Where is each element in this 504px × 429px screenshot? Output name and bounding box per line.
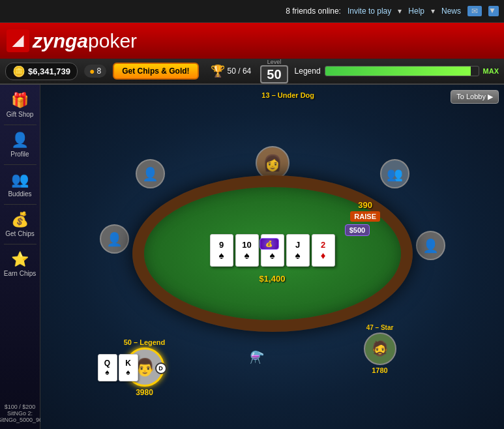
poker-table-outer: 👩 👤 👥 👤	[96, 153, 449, 374]
community-card-1: 9 ♠	[210, 234, 233, 267]
silver-chip-icon: 🪙	[12, 65, 25, 78]
level-label: Level	[267, 59, 282, 65]
chip-amount: $6,341,739	[28, 67, 70, 76]
bet-indicator: $500	[345, 224, 370, 236]
table-name: SitNGo 2: SitNGo_5000_96	[0, 410, 42, 423]
notification-icon[interactable]: ▼	[488, 6, 499, 16]
sidebar-item-earn-chips[interactable]: ⭐ Earn Chips	[1, 247, 39, 281]
player-tr-avatar: 👥	[380, 159, 409, 188]
gold-num: 8	[97, 67, 102, 76]
chip-count-display: 🪙 $6,341,739	[5, 63, 78, 80]
logo-zynga: zynga	[33, 30, 88, 52]
sidebar-item-get-chips[interactable]: 💰 Get Chips	[1, 207, 39, 241]
player-br-chips: 1780	[372, 366, 387, 374]
gift-shop-icon: 🎁	[11, 92, 29, 109]
zynga-logo-icon	[7, 29, 29, 52]
current-player-badge: 50 – Legend	[124, 338, 166, 346]
blind-info-sidebar: $100 / $200 SitNGo 2: SitNGo_5000_96	[0, 401, 45, 426]
current-player: 50 – Legend Q ♠ K ♠	[123, 338, 167, 374]
get-chips-button[interactable]: Get Chips & Gold!	[113, 63, 198, 80]
current-player-chips: 3980	[136, 388, 153, 397]
help-link[interactable]: Help	[408, 7, 424, 16]
poker-table: 9 ♠ 10 ♠ A ♠ J ♠	[132, 175, 413, 332]
player-bottom-right: 47 – Star 🧔 1780	[364, 324, 396, 374]
community-card-5: 2 ♦	[312, 234, 335, 267]
sidebar-item-gift-shop[interactable]: 🎁 Gift Shop	[1, 88, 39, 122]
buddies-icon: 👥	[11, 171, 29, 188]
table-chip: 💰	[259, 238, 279, 250]
raise-indicator: 390 RAISE	[350, 200, 380, 222]
player-l-avatar: 👤	[100, 224, 129, 254]
community-card-2: 10 ♠	[235, 234, 259, 267]
raise-badge: RAISE	[350, 211, 380, 222]
legend-section: Legend MAX	[295, 66, 499, 76]
sidebar-profile-label: Profile	[10, 151, 29, 158]
raise-amount: 390	[358, 200, 372, 210]
sidebar-earn-chips-label: Earn Chips	[4, 270, 36, 277]
level-box: 50	[260, 65, 288, 83]
logo-text: zyngapoker	[33, 29, 137, 53]
filter-icon[interactable]: ⚗️	[250, 350, 264, 364]
game-container: 🎁 Gift Shop 👤 Profile 👥 Buddies 💰 Get Ch…	[0, 85, 504, 429]
sidebar-gift-shop-label: Gift Shop	[7, 111, 34, 118]
sidebar-divider-4	[4, 244, 37, 244]
friends-online-label: 8 friends online:	[286, 7, 341, 16]
hole-card-2: K ♠	[119, 354, 138, 381]
trophy-icon: 🏆	[211, 64, 225, 78]
level-section: Level 50	[260, 59, 288, 83]
player-br-avatar: 🧔	[364, 333, 396, 365]
svg-marker-0	[12, 35, 24, 47]
legend-label: Legend	[295, 67, 321, 76]
gold-count-display: ● 8	[84, 65, 106, 78]
pot-amount: $1,400	[259, 274, 286, 284]
player-br-badge: 47 – Star	[366, 324, 394, 331]
top-bar-content: 8 friends online: Invite to play ▾ Help …	[286, 6, 499, 16]
poker-table-wrapper: 👩 👤 👥 👤	[50, 104, 494, 422]
community-card-4: J ♠	[286, 234, 310, 267]
trophy-section: 🏆 50 / 64	[211, 64, 252, 78]
legend-progress-bar	[325, 66, 479, 76]
sidebar-item-profile[interactable]: 👤 Profile	[1, 128, 39, 162]
stats-bar: 🪙 $6,341,739 ● 8 Get Chips & Gold! 🏆 50 …	[0, 59, 504, 85]
sidebar-divider-3	[4, 204, 37, 205]
chips-pile: 💰	[259, 238, 282, 251]
get-chips-icon: 💰	[11, 211, 29, 228]
max-label: MAX	[483, 67, 499, 75]
sidebar-divider-2	[4, 164, 37, 165]
hole-cards: Q ♠ K ♠	[98, 354, 138, 381]
mail-icon[interactable]: ✉	[467, 6, 482, 16]
top-nav-bar: 8 friends online: Invite to play ▾ Help …	[0, 0, 504, 23]
under-dog-label: 13 – Under Dog	[261, 91, 314, 99]
profile-icon: 👤	[11, 132, 29, 149]
sidebar-item-buddies[interactable]: 👥 Buddies	[1, 168, 39, 201]
player-top-photo: 👩	[263, 154, 282, 172]
logo-bar: zyngapoker	[0, 23, 504, 59]
dealer-chip: D	[155, 362, 167, 374]
player-tl-avatar: 👤	[136, 159, 165, 188]
news-link[interactable]: News	[441, 7, 461, 16]
blind-info-text: $100 / $200	[0, 404, 42, 410]
hole-card-1: Q ♠	[98, 354, 117, 381]
sidebar-buddies-label: Buddies	[8, 190, 31, 198]
player-top-right: 👥	[380, 159, 409, 188]
to-lobby-button[interactable]: To Lobby ▶	[451, 90, 499, 104]
player-left: 👤	[100, 224, 129, 254]
sidebar-divider-1	[4, 125, 37, 125]
trophy-count: 50 / 64	[228, 67, 252, 76]
player-right: 👤	[416, 231, 445, 260]
logo-poker: poker	[88, 30, 137, 52]
player-r-avatar: 👤	[416, 231, 445, 260]
poker-area: To Lobby ▶ 13 – Under Dog 👩 👤	[40, 85, 504, 429]
friends-online: 8 friends online:	[286, 7, 341, 16]
invite-link[interactable]: Invite to play	[348, 7, 391, 16]
player-top-left: 👤	[136, 159, 165, 188]
sidebar-get-chips-label: Get Chips	[5, 230, 34, 237]
gold-coin-icon: ●	[89, 66, 95, 76]
earn-chips-icon: ⭐	[11, 251, 29, 268]
legend-bar-fill	[325, 67, 471, 76]
sidebar: 🎁 Gift Shop 👤 Profile 👥 Buddies 💰 Get Ch…	[0, 85, 40, 429]
